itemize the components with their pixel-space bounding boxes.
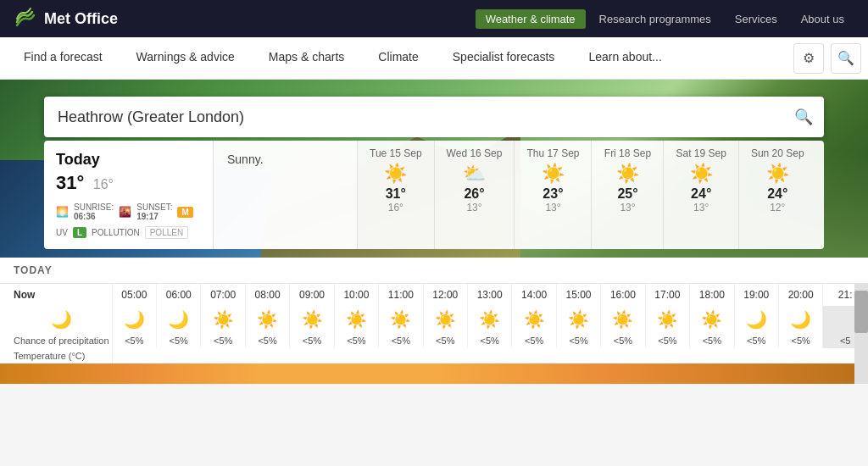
time-header-5: 09:00	[290, 284, 334, 306]
temp-label-row: Temperature (°C)	[0, 348, 868, 363]
pollen-badge: POLLEN	[145, 226, 188, 239]
precip-row: Chance of precipitation <5% <5% <5% <5% …	[0, 333, 868, 348]
time-header-9: 13:00	[467, 284, 511, 306]
logo-icon	[14, 5, 37, 32]
precip-14: <5%	[690, 333, 734, 348]
icon-15: 🌙	[734, 306, 778, 333]
location-search-submit[interactable]: 🔍	[783, 97, 824, 137]
search-button[interactable]: 🔍	[831, 43, 861, 74]
today-label: Today	[56, 151, 201, 169]
time-header-4: 08:00	[245, 284, 289, 306]
temp-label: Temperature (°C)	[0, 348, 112, 363]
settings-button[interactable]: ⚙	[793, 43, 824, 74]
sunset-time: 19:17	[136, 212, 159, 221]
brand-name: Met Office	[44, 10, 118, 28]
search-icon: 🔍	[837, 50, 854, 66]
sunset-icon: 🌇	[119, 206, 131, 218]
hourly-header: TODAY	[0, 258, 868, 284]
forecast-icon-5: ☀️	[751, 163, 804, 185]
precip-1: <5%	[112, 333, 156, 348]
forecast-strip: Tue 15 Sep ☀️ 31° 16° Wed 16 Sep ⛅ 26° 1…	[358, 141, 824, 249]
nav-maps-charts[interactable]: Maps & charts	[252, 37, 361, 79]
time-header-6: 10:00	[334, 284, 378, 306]
precip-11: <5%	[556, 333, 600, 348]
precip-9: <5%	[467, 333, 511, 348]
nav-services[interactable]: Services	[725, 9, 787, 29]
icon-now: 🌙	[0, 306, 112, 333]
hourly-section: TODAY Now 05:00 06:00 07:00 08:00 09:00 …	[0, 258, 868, 384]
forecast-icon-4: ☀️	[676, 163, 726, 185]
icon-3: ☀️	[201, 306, 245, 333]
precip-12: <5%	[601, 333, 645, 348]
forecast-day-0[interactable]: Tue 15 Sep ☀️ 31° 16°	[358, 141, 434, 249]
time-header-1: 05:00	[112, 284, 156, 306]
forecast-day-4[interactable]: Sat 19 Sep ☀️ 24° 13°	[663, 141, 737, 249]
forecast-icon-0: ☀️	[370, 163, 422, 185]
nav-warnings[interactable]: Warnings & advice	[120, 37, 252, 79]
time-header-16: 20:00	[778, 284, 822, 306]
today-description: Sunny.	[214, 141, 358, 249]
today-low-temp: 16°	[93, 177, 114, 191]
location-search-input[interactable]	[44, 108, 783, 126]
search-icon: 🔍	[794, 108, 813, 126]
icon-10: ☀️	[512, 306, 556, 333]
icon-14: ☀️	[690, 306, 734, 333]
time-header-7: 11:00	[379, 284, 423, 306]
icon-9: ☀️	[467, 306, 511, 333]
forecast-day-3[interactable]: Fri 18 Sep ☀️ 25° 13°	[591, 141, 663, 249]
forecast-icon-3: ☀️	[604, 163, 651, 185]
precip-13: <5%	[645, 333, 689, 348]
icon-16: 🌙	[778, 306, 822, 333]
today-high-temp: 31°	[56, 172, 84, 193]
nav-weather-climate[interactable]: Weather & climate	[476, 9, 586, 29]
time-header-10: 14:00	[512, 284, 556, 306]
nav-specialist[interactable]: Specialist forecasts	[436, 37, 572, 79]
top-nav-links: Weather & climate Research programmes Se…	[145, 9, 854, 29]
icon-11: ☀️	[556, 306, 600, 333]
temp-bar-row	[0, 363, 868, 384]
hourly-table: Now 05:00 06:00 07:00 08:00 09:00 10:00 …	[0, 284, 868, 384]
forecast-day-5[interactable]: Sun 20 Sep ☀️ 24° 12°	[738, 141, 816, 249]
icon-13: ☀️	[645, 306, 689, 333]
location-search-bar: 🔍	[44, 97, 824, 137]
forecast-day-2[interactable]: Thu 17 Sep ☀️ 23° 13°	[514, 141, 591, 249]
nav-learn[interactable]: Learn about...	[571, 37, 678, 79]
hourly-table-wrapper: Now 05:00 06:00 07:00 08:00 09:00 10:00 …	[0, 284, 868, 384]
nav-research[interactable]: Research programmes	[589, 9, 721, 29]
icon-4: ☀️	[245, 306, 289, 333]
nav-find-forecast[interactable]: Find a forecast	[7, 37, 120, 79]
gear-icon: ⚙	[803, 50, 815, 66]
forecast-day-1[interactable]: Wed 16 Sep ⛅ 26° 13°	[434, 141, 515, 249]
hero-section: 🔍 Today 31° 16° 🌅 SUNRISE:06:36 🌇 SUNSET…	[0, 80, 868, 258]
horizontal-scrollbar-track[interactable]	[854, 284, 868, 384]
time-header-14: 18:00	[690, 284, 734, 306]
today-stats: 🌅 SUNRISE:06:36 🌇 SUNSET:19:17 M UV L PO…	[56, 202, 201, 239]
icon-12: ☀️	[601, 306, 645, 333]
pollution-badge: L	[73, 227, 86, 238]
time-header-11: 15:00	[556, 284, 600, 306]
precip-15: <5%	[734, 333, 778, 348]
icon-5: ☀️	[290, 306, 334, 333]
precip-8: <5%	[423, 333, 467, 348]
precip-6: <5%	[334, 333, 378, 348]
icon-7: ☀️	[379, 306, 423, 333]
time-header-15: 19:00	[734, 284, 778, 306]
time-header-8: 12:00	[423, 284, 467, 306]
icon-row: 🌙 🌙 🌙 ☀️ ☀️ ☀️ ☀️ ☀️ ☀️ ☀️ ☀️ ☀️ ☀️ ☀️ ☀…	[0, 306, 868, 333]
sunrise-time: 06:36	[74, 212, 96, 221]
time-row: Now 05:00 06:00 07:00 08:00 09:00 10:00 …	[0, 284, 868, 306]
nav-climate[interactable]: Climate	[361, 37, 435, 79]
logo[interactable]: Met Office	[14, 5, 118, 32]
precip-5: <5%	[290, 333, 334, 348]
nav-action-icons: ⚙ 🔍	[793, 43, 861, 74]
precip-4: <5%	[245, 333, 289, 348]
precip-16: <5%	[778, 333, 822, 348]
time-header-2: 06:00	[157, 284, 201, 306]
forecast-icon-2: ☀️	[526, 163, 579, 185]
sunrise-icon: 🌅	[56, 206, 69, 218]
secondary-navigation: Find a forecast Warnings & advice Maps &…	[0, 37, 868, 80]
uv-badge: M	[177, 207, 192, 218]
nav-about[interactable]: About us	[791, 9, 854, 29]
time-header-3: 07:00	[201, 284, 245, 306]
horizontal-scrollbar-thumb[interactable]	[854, 291, 868, 333]
